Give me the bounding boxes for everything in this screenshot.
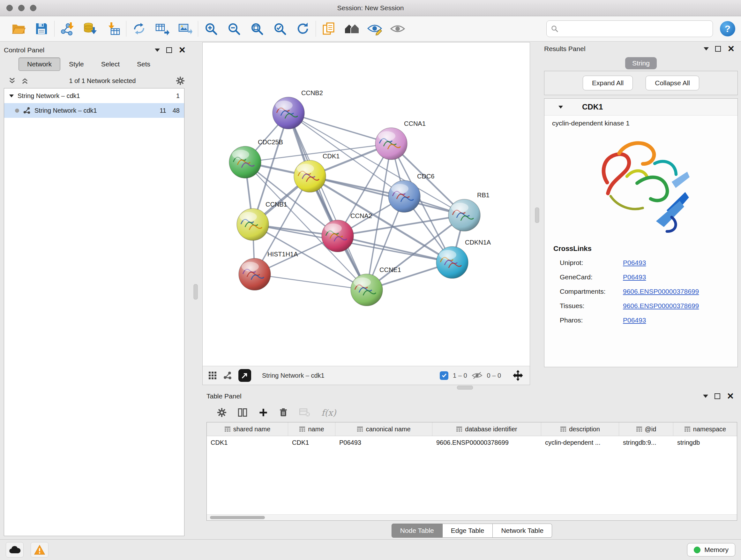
graphics-details-eye-icon[interactable]: [390, 21, 405, 37]
crosslink-genecard[interactable]: P06493: [623, 273, 646, 281]
collapse-all-button[interactable]: Collapse All: [646, 76, 699, 90]
grid-icon[interactable]: [208, 371, 217, 380]
string-tab[interactable]: String: [625, 57, 657, 69]
refresh-icon[interactable]: [295, 21, 311, 37]
network-canvas[interactable]: CCNB2CCNA1CDC25BCDK1CDC6RB1CCNB1CCNA2CDK…: [203, 43, 530, 366]
import-network-file-icon[interactable]: [60, 21, 75, 37]
zoom-window-button[interactable]: [30, 5, 37, 11]
network-selected-summary: 1 of 1 Network selected: [34, 77, 171, 84]
minimize-window-button[interactable]: [18, 5, 24, 11]
tree-expand-icon[interactable]: [9, 95, 14, 98]
annotations-eye-icon[interactable]: [367, 21, 382, 37]
expand-all-icon[interactable]: [21, 77, 29, 84]
zoom-in-icon[interactable]: [203, 21, 219, 37]
tab-style[interactable]: Style: [60, 57, 92, 71]
edge-CCNA2-CDKN1A[interactable]: [338, 236, 452, 262]
column-header[interactable]: description: [541, 422, 619, 436]
section-collapse-icon[interactable]: [558, 106, 563, 109]
current-network-bullet-icon: [15, 109, 19, 113]
panel-menu-icon[interactable]: [155, 49, 160, 52]
warning-icon[interactable]: [30, 542, 49, 557]
zoom-fit-icon[interactable]: [249, 21, 265, 37]
column-header[interactable]: canonical name: [335, 422, 432, 436]
help-icon[interactable]: ?: [720, 21, 735, 37]
tab-sets[interactable]: Sets: [128, 57, 159, 71]
table-row[interactable]: CDK1 CDK1 P06493 9606.ENSP00000378699 cy…: [207, 436, 737, 449]
function-builder-icon[interactable]: f(x): [321, 408, 336, 418]
import-table-file-icon[interactable]: [106, 21, 121, 37]
splitter-handle[interactable]: [535, 207, 539, 223]
network-footer: String Network – cdk1 1 – 0 0 – 0: [203, 366, 530, 385]
columns-icon[interactable]: [238, 408, 247, 417]
save-session-icon[interactable]: [34, 21, 49, 37]
hidden-eye-icon[interactable]: [472, 371, 482, 380]
import-network-database-icon[interactable]: [83, 21, 98, 37]
network-row-selected[interactable]: String Network – cdk1 11 48: [4, 103, 184, 118]
panel-menu-icon[interactable]: [703, 395, 708, 398]
panel-menu-icon[interactable]: [704, 47, 709, 51]
column-header[interactable]: name: [288, 422, 335, 436]
node-CDKN1A[interactable]: CDKN1A: [436, 239, 491, 278]
tab-select[interactable]: Select: [92, 57, 128, 71]
expand-all-button[interactable]: Expand All: [583, 76, 633, 90]
tab-edge-table[interactable]: Edge Table: [443, 523, 493, 538]
splitter-handle[interactable]: [194, 284, 198, 300]
float-panel-icon[interactable]: [715, 393, 720, 399]
column-header[interactable]: @id: [619, 422, 673, 436]
zoom-selected-icon[interactable]: [272, 21, 287, 37]
crosslink-uniprot[interactable]: P06493: [623, 259, 646, 266]
home-networks-icon[interactable]: [344, 21, 359, 37]
tab-network-table[interactable]: Network Table: [493, 523, 552, 538]
network-collection-row[interactable]: String Network – cdk1 1: [4, 88, 184, 103]
node-HIST1H1A[interactable]: HIST1H1A: [239, 251, 298, 290]
scrollbar-thumb[interactable]: [210, 516, 265, 519]
copy-document-icon[interactable]: [321, 21, 336, 37]
tab-network[interactable]: Network: [18, 57, 60, 71]
open-session-icon[interactable]: [11, 21, 26, 37]
control-panel: Control Panel ✕ Network Style Select Set…: [0, 42, 189, 539]
svg-text:CDKN1A: CDKN1A: [465, 239, 491, 246]
trash-icon[interactable]: [279, 408, 287, 417]
close-panel-icon[interactable]: ✕: [727, 392, 734, 401]
search-input[interactable]: [561, 25, 708, 33]
edge-CCNE1-HIST1H1A[interactable]: [255, 274, 367, 290]
close-panel-icon[interactable]: ✕: [727, 45, 735, 53]
node-CCNB2[interactable]: CCNB2: [273, 89, 323, 129]
splitter-handle[interactable]: [457, 386, 473, 389]
crosslink-compartments[interactable]: 9606.ENSP00000378699: [623, 288, 699, 295]
gear-icon[interactable]: [176, 77, 185, 85]
column-header[interactable]: database identifier: [432, 422, 541, 436]
float-panel-icon[interactable]: [715, 46, 721, 52]
tab-node-table[interactable]: Node Table: [392, 523, 443, 538]
close-window-button[interactable]: [6, 5, 13, 11]
share-network-icon[interactable]: [223, 371, 232, 380]
float-panel-icon[interactable]: [166, 47, 172, 53]
node-CCNA1[interactable]: CCNA1: [375, 120, 426, 160]
cloud-icon[interactable]: [6, 542, 23, 557]
svg-text:CCNE1: CCNE1: [380, 266, 401, 273]
move-icon[interactable]: [512, 369, 524, 381]
node-CDK1[interactable]: CDK1: [294, 152, 340, 192]
svg-text:HIST1H1A: HIST1H1A: [267, 251, 298, 258]
column-header[interactable]: namespace: [673, 422, 737, 436]
export-image-icon[interactable]: [178, 21, 193, 37]
first-neighbors-icon[interactable]: [131, 21, 147, 37]
close-panel-icon[interactable]: ✕: [179, 46, 186, 55]
crosslink-tissues[interactable]: 9606.ENSP00000378699: [623, 302, 699, 310]
column-header[interactable]: shared name: [207, 422, 288, 436]
horizontal-scrollbar[interactable]: [207, 514, 737, 520]
edge-CDK1-RB1[interactable]: [310, 176, 464, 215]
protein-structure-image: [544, 127, 738, 239]
edge-CCNB2-CCNE1[interactable]: [288, 113, 367, 290]
collapse-all-icon[interactable]: [8, 77, 16, 84]
export-table-icon[interactable]: [154, 21, 170, 37]
zoom-out-icon[interactable]: [226, 21, 242, 37]
add-column-icon[interactable]: [259, 408, 268, 417]
crosslink-pharos[interactable]: P06493: [623, 316, 646, 324]
selected-checkbox-icon[interactable]: [440, 371, 448, 380]
memory-button[interactable]: Memory: [687, 543, 735, 557]
node-CCNB1[interactable]: CCNB1: [237, 201, 287, 240]
gear-icon[interactable]: [217, 408, 226, 417]
node-RB1[interactable]: RB1: [448, 192, 489, 231]
open-in-window-icon[interactable]: [239, 369, 251, 382]
